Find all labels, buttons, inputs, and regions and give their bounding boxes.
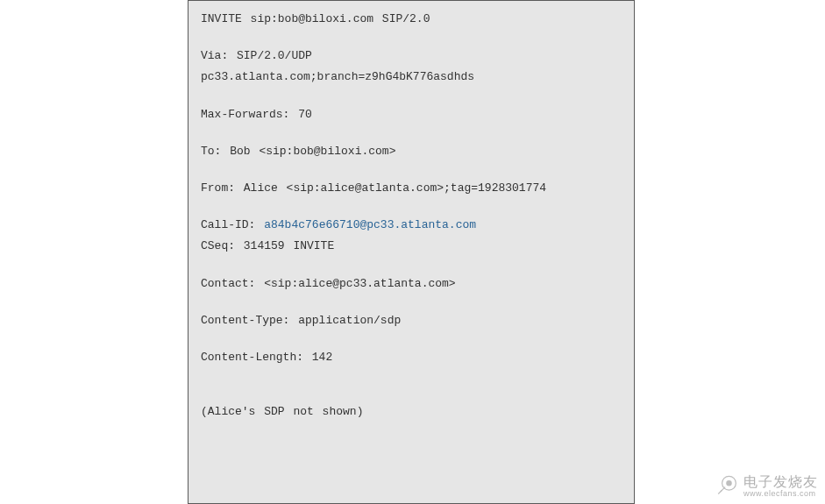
sip-cseq: CSeq: 314159 INVITE <box>201 238 623 254</box>
sip-to-header: To: Bob <sip:bob@biloxi.com> <box>201 144 623 160</box>
sip-request-line: INVITE sip:bob@biloxi.com SIP/2.0 <box>201 11 623 27</box>
sip-message-box: INVITE sip:bob@biloxi.com SIP/2.0 Via: S… <box>188 0 635 504</box>
sip-sdp-note: (Alice's SDP not shown) <box>201 404 623 420</box>
watermark-text: 电子发烧友 <box>743 474 818 490</box>
sip-from-header: From: Alice <sip:alice@atlanta.com>;tag=… <box>201 181 623 196</box>
sip-via-label: Via: SIP/2.0/UDP <box>201 48 623 64</box>
sip-contact: Contact: <sip:alice@pc33.atlanta.com> <box>201 276 623 292</box>
sip-via-value: pc33.atlanta.com;branch=z9hG4bK776asdhds <box>201 69 623 85</box>
sip-call-id-label: Call-ID: <box>201 218 264 231</box>
soldering-iron-icon <box>714 472 738 500</box>
sip-max-forwards: Max-Forwards: 70 <box>201 107 623 123</box>
svg-point-1 <box>727 481 731 486</box>
sip-call-id: Call-ID: a84b4c76e66710@pc33.atlanta.com <box>201 217 623 233</box>
watermark: 电子发烧友 www.elecfans.com <box>714 472 818 500</box>
sip-content-type: Content-Type: application/sdp <box>201 313 623 329</box>
sip-call-id-link[interactable]: a84b4c76e66710@pc33.atlanta.com <box>264 218 476 231</box>
sip-content-length: Content-Length: 142 <box>201 350 623 366</box>
watermark-url: www.elecfans.com <box>743 490 818 499</box>
